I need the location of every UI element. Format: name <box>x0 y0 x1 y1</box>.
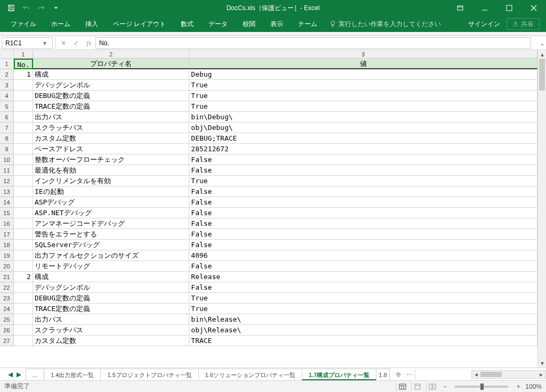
scroll-left-button[interactable]: ◂ <box>472 371 480 378</box>
zoom-slider[interactable] <box>455 386 508 388</box>
scroll-right-button[interactable]: ▸ <box>537 371 545 378</box>
row-header[interactable]: 4 <box>0 91 14 101</box>
cell[interactable]: 構成 <box>33 272 189 282</box>
cell[interactable]: bin\Debug\ <box>189 112 537 123</box>
zoom-thumb[interactable] <box>480 383 484 390</box>
cell[interactable] <box>14 123 33 133</box>
signin-link[interactable]: サインイン <box>462 20 507 29</box>
cell[interactable] <box>14 186 33 197</box>
sheet-nav-next-button[interactable]: ▶ <box>15 371 22 378</box>
row-header[interactable]: 13 <box>0 186 14 197</box>
cell[interactable]: No. <box>14 59 33 69</box>
tab-review[interactable]: 校閲 <box>235 16 263 32</box>
cell[interactable]: アンマネージコードデバッグ <box>33 218 189 229</box>
cell[interactable]: DEBUG;TRACE <box>189 133 537 144</box>
cell[interactable]: TRACE定数の定義 <box>33 101 189 112</box>
maximize-button[interactable] <box>497 0 521 16</box>
cell[interactable]: False <box>189 218 537 229</box>
row-header[interactable]: 6 <box>0 112 14 123</box>
col-header[interactable]: 3 <box>189 50 537 58</box>
cell[interactable] <box>14 91 33 101</box>
cell[interactable]: 出力パス <box>33 112 189 123</box>
minimize-button[interactable] <box>472 0 497 16</box>
cell[interactable] <box>14 176 33 186</box>
cell[interactable] <box>14 240 33 250</box>
row-header[interactable]: 7 <box>0 123 14 133</box>
cell[interactable]: 警告をエラーとする <box>33 229 189 240</box>
expand-formula-bar-button[interactable]: ⌄ <box>539 39 546 47</box>
cell[interactable]: False <box>189 154 537 165</box>
tab-view[interactable]: 表示 <box>263 16 291 32</box>
cell[interactable] <box>14 218 33 229</box>
row-header[interactable]: 24 <box>0 304 14 314</box>
scroll-track[interactable] <box>538 59 546 359</box>
cell[interactable]: ベースアドレス <box>33 144 189 154</box>
row-header[interactable]: 9 <box>0 144 14 154</box>
cell[interactable] <box>14 293 33 304</box>
formula-input[interactable]: No. <box>95 37 531 49</box>
cell[interactable]: 4096 <box>189 250 537 261</box>
col-header[interactable]: 1 <box>14 50 33 58</box>
cell[interactable]: False <box>189 197 537 208</box>
row-header[interactable]: 8 <box>0 133 14 144</box>
enter-formula-button[interactable]: ✓ <box>70 37 83 49</box>
cell[interactable]: obj\Release\ <box>189 325 537 336</box>
cell[interactable]: IEの起動 <box>33 186 189 197</box>
cell[interactable]: DEBUG定数の定義 <box>33 91 189 101</box>
name-box[interactable]: R1C1 ▾ <box>2 37 53 49</box>
cell[interactable]: False <box>189 261 537 272</box>
tab-page-layout[interactable]: ページ レイアウト <box>106 16 173 32</box>
scroll-thumb[interactable] <box>539 59 545 91</box>
cell[interactable]: False <box>189 186 537 197</box>
cell[interactable]: Release <box>189 272 537 282</box>
qat-customize-button[interactable] <box>49 1 63 15</box>
row-header[interactable]: 11 <box>0 165 14 176</box>
cell[interactable] <box>14 261 33 272</box>
fx-button[interactable]: fx <box>83 37 95 49</box>
normal-view-button[interactable] <box>396 382 408 391</box>
ribbon-display-button[interactable] <box>448 0 472 16</box>
undo-button[interactable] <box>19 1 33 15</box>
row-header[interactable]: 3 <box>0 80 14 91</box>
save-button[interactable] <box>4 1 18 15</box>
cell[interactable]: デバッグシンボル <box>33 80 189 91</box>
cell[interactable] <box>14 250 33 261</box>
cell[interactable] <box>14 304 33 314</box>
row-header[interactable]: 22 <box>0 282 14 293</box>
sheet-tab[interactable]: 1.4出力形式一覧 <box>44 369 101 380</box>
page-break-view-button[interactable] <box>426 382 438 391</box>
cell[interactable] <box>14 154 33 165</box>
cell[interactable]: 285212672 <box>189 144 537 154</box>
cell[interactable]: True <box>189 176 537 186</box>
tab-file[interactable]: ファイル <box>3 16 44 32</box>
cell[interactable]: True <box>189 91 537 101</box>
cell[interactable]: リモートデバッグ <box>33 261 189 272</box>
col-header[interactable]: 2 <box>33 50 189 58</box>
sheet-nav-prev-button[interactable]: ◀ <box>6 371 14 378</box>
row-header[interactable]: 5 <box>0 101 14 112</box>
cell[interactable]: ASPデバッグ <box>33 197 189 208</box>
cell[interactable]: 出力パス <box>33 314 189 325</box>
cell[interactable]: Debug <box>189 69 537 80</box>
row-header[interactable]: 17 <box>0 229 14 240</box>
cell[interactable]: デバッグシンボル <box>33 282 189 293</box>
zoom-in-button[interactable]: + <box>515 383 522 390</box>
cell[interactable]: カスタム定数 <box>33 133 189 144</box>
zoom-level[interactable]: 100% <box>525 383 542 390</box>
cell[interactable] <box>14 112 33 123</box>
tab-insert[interactable]: 挿入 <box>78 16 106 32</box>
cell[interactable] <box>14 314 33 325</box>
cell[interactable] <box>14 325 33 336</box>
cell[interactable]: SQLServerデバッグ <box>33 240 189 250</box>
cell[interactable] <box>14 336 33 346</box>
cell[interactable] <box>14 208 33 218</box>
cell[interactable]: スクラッチパス <box>33 325 189 336</box>
cell[interactable]: True <box>189 293 537 304</box>
vertical-scrollbar[interactable]: ▴ ▾ <box>537 50 546 368</box>
cell[interactable] <box>14 133 33 144</box>
cell[interactable]: False <box>189 282 537 293</box>
tell-me-search[interactable]: 実行したい作業を入力してください <box>329 20 441 29</box>
cell[interactable]: インクリメンタルを有効 <box>33 176 189 186</box>
cell[interactable]: 構成 <box>33 69 189 80</box>
page-layout-view-button[interactable] <box>411 382 423 391</box>
